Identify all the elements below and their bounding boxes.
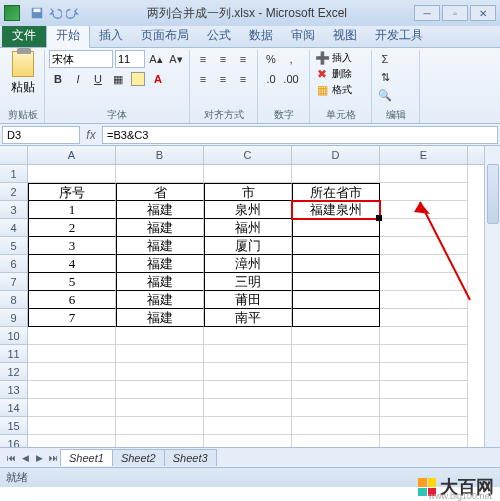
cell[interactable] — [380, 219, 468, 237]
decrease-font-icon[interactable]: A▾ — [167, 50, 185, 68]
cell[interactable] — [204, 417, 292, 435]
cell[interactable]: 市 — [204, 183, 292, 201]
cell[interactable]: 福建 — [116, 255, 204, 273]
cell[interactable] — [204, 381, 292, 399]
sheet-tab[interactable]: Sheet2 — [112, 449, 165, 466]
cell[interactable]: 1 — [28, 201, 116, 219]
tab-home[interactable]: 开始 — [46, 23, 90, 48]
spreadsheet-grid[interactable]: A B C D E 12序号省市所在省市31福建泉州福建泉州42福建福州53福建… — [0, 146, 500, 447]
cell[interactable] — [380, 273, 468, 291]
tab-data[interactable]: 数据 — [240, 24, 282, 47]
cell[interactable] — [204, 165, 292, 183]
tab-developer[interactable]: 开发工具 — [366, 24, 432, 47]
cell[interactable]: 福建 — [116, 309, 204, 327]
cell[interactable] — [380, 183, 468, 201]
close-button[interactable]: ✕ — [470, 5, 496, 21]
row-header[interactable]: 2 — [0, 183, 28, 201]
row-header[interactable]: 4 — [0, 219, 28, 237]
row-header[interactable]: 5 — [0, 237, 28, 255]
cell[interactable] — [380, 309, 468, 327]
cell[interactable]: 南平 — [204, 309, 292, 327]
cell[interactable] — [116, 399, 204, 417]
delete-label[interactable]: 删除 — [332, 67, 352, 81]
cell[interactable]: 7 — [28, 309, 116, 327]
bold-button[interactable]: B — [49, 70, 67, 88]
cell[interactable] — [204, 363, 292, 381]
cell[interactable]: 福州 — [204, 219, 292, 237]
cell[interactable] — [28, 345, 116, 363]
cell[interactable] — [380, 291, 468, 309]
cell[interactable] — [292, 291, 380, 309]
delete-icon[interactable]: ✖ — [314, 66, 330, 82]
row-header[interactable]: 15 — [0, 417, 28, 435]
cell[interactable] — [380, 381, 468, 399]
cell[interactable] — [204, 327, 292, 345]
cell[interactable]: 福建泉州 — [292, 201, 380, 219]
align-left-icon[interactable]: ≡ — [194, 70, 212, 88]
align-center-icon[interactable]: ≡ — [214, 70, 232, 88]
find-icon[interactable]: 🔍 — [376, 86, 394, 104]
cell[interactable] — [292, 219, 380, 237]
cell[interactable]: 福建 — [116, 201, 204, 219]
sheet-nav-last-icon[interactable]: ⏭ — [46, 451, 60, 465]
select-all-corner[interactable] — [0, 146, 28, 164]
cell[interactable] — [116, 417, 204, 435]
cell[interactable] — [380, 327, 468, 345]
cell[interactable] — [116, 435, 204, 447]
underline-button[interactable]: U — [89, 70, 107, 88]
decrease-decimal-icon[interactable]: .00 — [282, 70, 300, 88]
maximize-button[interactable]: ▫ — [442, 5, 468, 21]
tab-file[interactable]: 文件 — [2, 24, 46, 47]
insert-icon[interactable]: ➕ — [314, 50, 330, 66]
font-name-input[interactable] — [49, 50, 113, 68]
cell[interactable] — [380, 435, 468, 447]
increase-decimal-icon[interactable]: .0 — [262, 70, 280, 88]
cell[interactable] — [116, 165, 204, 183]
cell[interactable] — [292, 363, 380, 381]
cell[interactable]: 序号 — [28, 183, 116, 201]
col-header[interactable]: E — [380, 146, 468, 164]
cell[interactable] — [380, 201, 468, 219]
sheet-tab[interactable]: Sheet1 — [60, 449, 113, 466]
cell[interactable] — [28, 165, 116, 183]
insert-label[interactable]: 插入 — [332, 51, 352, 65]
sort-icon[interactable]: ⇅ — [376, 68, 394, 86]
row-header[interactable]: 7 — [0, 273, 28, 291]
fill-color-button[interactable] — [129, 70, 147, 88]
cell[interactable]: 漳州 — [204, 255, 292, 273]
cell[interactable] — [380, 417, 468, 435]
row-header[interactable]: 13 — [0, 381, 28, 399]
row-header[interactable]: 14 — [0, 399, 28, 417]
redo-icon[interactable] — [66, 6, 80, 20]
cell[interactable] — [204, 435, 292, 447]
cell[interactable] — [292, 273, 380, 291]
cell[interactable] — [28, 363, 116, 381]
cell[interactable]: 2 — [28, 219, 116, 237]
cell[interactable]: 3 — [28, 237, 116, 255]
scroll-thumb[interactable] — [487, 164, 499, 224]
tab-formulas[interactable]: 公式 — [198, 24, 240, 47]
cell[interactable] — [204, 345, 292, 363]
formula-input[interactable]: =B3&C3 — [102, 126, 498, 144]
format-icon[interactable]: ▦ — [314, 82, 330, 98]
cell[interactable] — [380, 363, 468, 381]
cell[interactable]: 4 — [28, 255, 116, 273]
cell[interactable] — [116, 345, 204, 363]
row-header[interactable]: 6 — [0, 255, 28, 273]
font-size-input[interactable] — [115, 50, 145, 68]
col-header[interactable]: B — [116, 146, 204, 164]
border-button[interactable]: ▦ — [109, 70, 127, 88]
tab-layout[interactable]: 页面布局 — [132, 24, 198, 47]
tab-review[interactable]: 审阅 — [282, 24, 324, 47]
fill-handle[interactable] — [376, 215, 382, 221]
fx-icon[interactable]: fx — [82, 128, 100, 142]
row-header[interactable]: 9 — [0, 309, 28, 327]
cell[interactable] — [28, 417, 116, 435]
col-header[interactable]: C — [204, 146, 292, 164]
align-bottom-icon[interactable]: ≡ — [234, 50, 252, 68]
cell[interactable]: 福建 — [116, 237, 204, 255]
cell[interactable] — [292, 435, 380, 447]
cell[interactable] — [292, 399, 380, 417]
cell[interactable] — [28, 381, 116, 399]
align-right-icon[interactable]: ≡ — [234, 70, 252, 88]
